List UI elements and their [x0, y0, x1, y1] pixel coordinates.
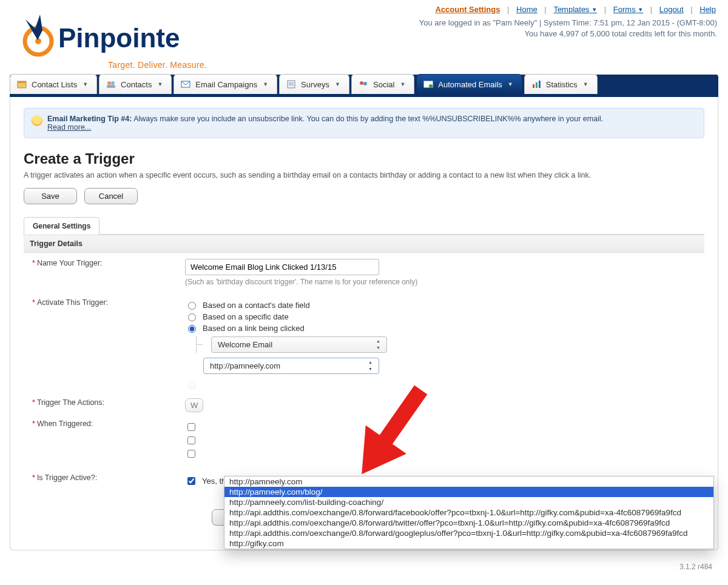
- trigger-name-input[interactable]: [185, 259, 379, 275]
- tab-automated-emails[interactable]: Automated Emails▼: [416, 74, 522, 94]
- link-templates[interactable]: Templates ▼: [553, 5, 597, 14]
- label-trigger-actions: *Trigger The Actions:: [27, 398, 185, 407]
- tab-social[interactable]: Social▼: [351, 74, 414, 94]
- svg-rect-14: [533, 84, 534, 88]
- tab-email-campaigns[interactable]: Email Campaigns▼: [174, 74, 277, 94]
- radio-date-field[interactable]: Based on a contact's date field: [185, 300, 701, 310]
- page-title: Create a Trigger: [24, 150, 704, 167]
- save-button[interactable]: Save: [24, 188, 77, 204]
- trigger-actions-button-obscured[interactable]: W: [185, 398, 203, 412]
- logo-tagline: Target. Deliver. Measure.: [11, 60, 211, 70]
- automated-emails-icon: [423, 79, 434, 89]
- statistics-icon: [531, 79, 542, 89]
- top-links: Account Settings | Home | Templates ▼ | …: [419, 5, 717, 14]
- dropdown-option[interactable]: http://pamneely.com/list-building-coachi…: [224, 497, 713, 507]
- dropdown-option[interactable]: http://api.addthis.com/oexchange/0.8/for…: [224, 518, 713, 528]
- contact-lists-icon: [16, 79, 27, 89]
- pinpointe-logo-icon: Pinpointe: [11, 12, 211, 61]
- stepper-icon: [366, 360, 375, 371]
- stepper-icon: [374, 339, 383, 350]
- svg-rect-9: [288, 81, 295, 88]
- label-when-triggered: *When Triggered:: [27, 420, 185, 428]
- status-text: You are logged in as "Pam Neely" | Syste…: [419, 18, 717, 39]
- link-home[interactable]: Home: [516, 5, 538, 14]
- radio-specific-date[interactable]: Based on a specific date: [185, 312, 701, 321]
- label-name-trigger: *Name Your Trigger:: [27, 259, 185, 267]
- tab-contacts[interactable]: Contacts▼: [99, 74, 172, 94]
- svg-point-13: [429, 84, 433, 88]
- link-dropdown-panel: http://pamneely.com http://pamneely.com/…: [224, 476, 714, 549]
- svg-rect-7: [107, 85, 115, 88]
- link-select[interactable]: http://pamneely.com: [203, 358, 379, 374]
- svg-rect-4: [18, 81, 26, 83]
- link-account-settings[interactable]: Account Settings: [436, 5, 500, 14]
- dropdown-option[interactable]: http://pamneely.com: [224, 476, 713, 487]
- svg-point-11: [363, 82, 367, 85]
- svg-text:Pinpointe: Pinpointe: [58, 23, 180, 53]
- tip-bar: Email Marketing Tip #4: Always make sure…: [24, 108, 704, 138]
- logo: Pinpointe Target. Deliver. Measure.: [11, 5, 211, 70]
- link-logout[interactable]: Logout: [659, 5, 684, 14]
- when-triggered-check-1[interactable]: [185, 421, 701, 433]
- trigger-name-hint: (Such as 'birthday discount trigger'. Th…: [185, 278, 701, 286]
- dropdown-option[interactable]: http://gifky.com: [224, 538, 713, 549]
- dropdown-option[interactable]: http://api.addthis.com/oexchange/0.8/for…: [224, 528, 713, 538]
- cancel-button[interactable]: Cancel: [84, 188, 138, 204]
- svg-point-5: [107, 81, 111, 85]
- radio-hidden-option[interactable]: [185, 379, 701, 389]
- svg-rect-16: [539, 81, 541, 88]
- tab-surveys[interactable]: Surveys▼: [279, 74, 349, 94]
- dropdown-option[interactable]: http://pamneely.com/blog/: [224, 487, 713, 497]
- radio-link-clicked[interactable]: Based on a link being clicked: [185, 323, 701, 333]
- link-forms[interactable]: Forms ▼: [613, 5, 643, 14]
- main-nav: Contact Lists▼ Contacts▼ Email Campaigns…: [10, 75, 718, 97]
- when-triggered-check-3[interactable]: [185, 448, 701, 460]
- when-triggered-check-2[interactable]: [185, 435, 701, 446]
- section-trigger-details: Trigger Details: [24, 235, 704, 253]
- email-icon: [180, 79, 191, 89]
- label-is-active: *Is Trigger Active?:: [27, 473, 185, 482]
- contacts-icon: [106, 79, 116, 89]
- page-description: A trigger activates an action when a spe…: [24, 171, 704, 179]
- campaign-select[interactable]: Welcome Email: [211, 336, 387, 353]
- social-icon: [358, 79, 369, 89]
- svg-point-1: [35, 38, 41, 44]
- svg-point-6: [111, 81, 115, 85]
- lightbulb-icon: [32, 115, 42, 126]
- footer-version: 3.1.2 r484: [0, 563, 728, 582]
- svg-rect-15: [536, 82, 538, 88]
- tab-general-settings[interactable]: General Settings: [24, 217, 99, 235]
- surveys-icon: [286, 79, 297, 89]
- tip-read-more[interactable]: Read more...: [47, 123, 91, 132]
- label-activate-trigger: *Activate This Trigger:: [27, 298, 185, 307]
- svg-point-10: [360, 81, 363, 85]
- tab-statistics[interactable]: Statistics▼: [524, 74, 598, 94]
- link-help[interactable]: Help: [699, 5, 716, 14]
- dropdown-option[interactable]: http://api.addthis.com/oexchange/0.8/for…: [224, 507, 713, 518]
- tab-contact-lists[interactable]: Contact Lists▼: [10, 74, 97, 94]
